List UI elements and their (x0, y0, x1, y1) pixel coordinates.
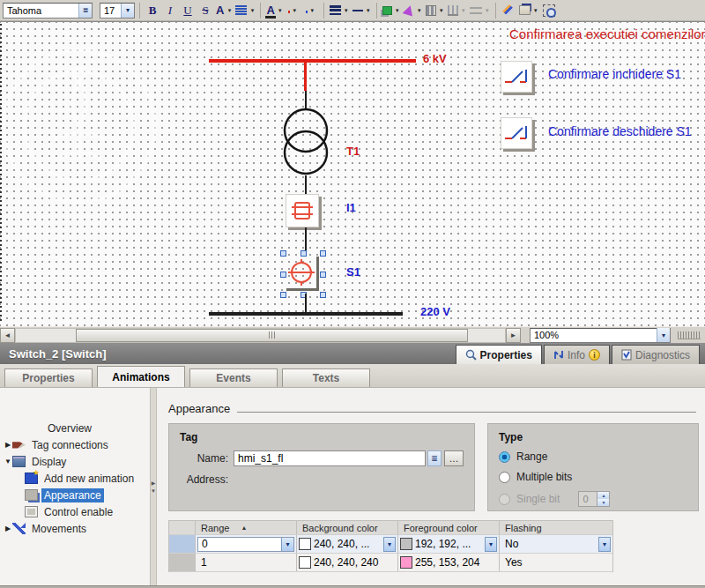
radio-multiple-bits[interactable]: Multiple bits (499, 471, 687, 483)
font-family-combo[interactable]: Tahoma ≣ (3, 3, 93, 19)
tab-properties[interactable]: Properties (4, 368, 93, 387)
format-painter-button[interactable] (501, 2, 516, 19)
row-selector[interactable] (169, 554, 196, 571)
transformer-symbol[interactable] (281, 107, 330, 177)
tab-events[interactable]: Events (189, 368, 278, 387)
scrollbar-thumb[interactable] (76, 329, 468, 342)
selection-handle[interactable] (280, 292, 286, 298)
bus-6kv[interactable] (209, 59, 416, 63)
radio-multiple-bits-icon[interactable] (499, 472, 510, 483)
tab-diagnostics[interactable]: Diagnostics (612, 345, 700, 364)
col-header-flashing[interactable]: Flashing (500, 521, 612, 534)
selection-handle[interactable] (301, 250, 307, 257)
tree-item-display[interactable]: ▼ Display (0, 453, 150, 470)
confirm-open-button[interactable] (501, 117, 532, 149)
line-style-button[interactable]: ▾ (352, 2, 372, 19)
font-size-combo[interactable]: 17 ▾ (100, 3, 135, 19)
font-list-icon[interactable]: ≣ (78, 4, 92, 18)
table-row[interactable]: 0 ▾ 240, 240, ... ▾ 192, 192, ... ▾ (169, 535, 612, 554)
selection-handle[interactable] (320, 250, 326, 257)
selection-handle[interactable] (320, 272, 326, 278)
flashing-dropdown-icon[interactable]: ▾ (598, 537, 611, 552)
line-weight-dropdown-icon[interactable]: ▾ (342, 7, 350, 14)
horizontal-scrollbar[interactable] (15, 328, 506, 343)
pen-color-button[interactable]: ▾ (303, 2, 319, 19)
line-weight-button[interactable]: ▾ (329, 2, 350, 19)
col-header-range[interactable]: Range ▲ (196, 521, 297, 534)
zoom-selection-button[interactable] (541, 2, 557, 19)
highlight-dropdown-icon[interactable]: ▾ (290, 7, 298, 14)
tree-item-overview[interactable]: Overview (0, 420, 150, 436)
distribute-dropdown-icon[interactable]: ▾ (459, 7, 467, 14)
bus-220v[interactable] (209, 312, 403, 316)
screen-editor-canvas[interactable]: 6 kV T1 I1 (0, 21, 705, 326)
distribute-button[interactable]: ▾ (447, 2, 467, 19)
tab-animations[interactable]: Animations (97, 366, 185, 387)
zoom-dropdown-icon[interactable]: ▾ (657, 328, 670, 342)
expand-icon[interactable]: ▶ (4, 525, 12, 532)
tag-list-button[interactable]: ≣ (427, 450, 442, 466)
tree-item-tag-connections[interactable]: ▶ Tag connections (0, 436, 150, 453)
radio-range-icon[interactable] (499, 451, 510, 463)
zoom-slider[interactable] (678, 331, 701, 339)
zoom-combo[interactable]: 100% ▾ (530, 328, 671, 343)
resize-dropdown-icon[interactable]: ▾ (483, 7, 491, 14)
line-style-dropdown-icon[interactable]: ▾ (364, 7, 372, 14)
tree-item-movements[interactable]: ▶ Movements (0, 520, 150, 537)
col-header-foreground[interactable]: Foreground color (398, 521, 500, 534)
tree-item-control-enable[interactable]: Control enable (0, 503, 150, 520)
font-grow-dropdown-icon[interactable]: ▾ (225, 7, 233, 14)
selection-handle[interactable] (320, 292, 326, 298)
tree-item-add-new-animation[interactable]: Add new animation (0, 470, 150, 487)
font-grow-button[interactable]: A▾ (215, 2, 233, 19)
background-color-swatch[interactable] (299, 538, 311, 550)
rotate-dropdown-icon[interactable]: ▾ (415, 7, 423, 14)
fill-dropdown-icon[interactable]: ▾ (393, 7, 401, 14)
breaker-i1-element[interactable] (286, 194, 319, 227)
rotate-button[interactable]: ▾ (403, 2, 423, 19)
pen-dropdown-icon[interactable]: ▾ (308, 7, 315, 14)
tab-properties-right[interactable]: Properties (456, 345, 542, 364)
tag-browse-button[interactable]: … (444, 450, 464, 466)
text-align-button[interactable]: ▾ (234, 2, 256, 19)
col-header-background[interactable]: Background color (297, 521, 398, 534)
align-dropdown-icon[interactable]: ▾ (248, 7, 256, 14)
foreground-color-swatch[interactable] (400, 538, 412, 550)
font-color-dropdown-icon[interactable]: ▾ (276, 7, 284, 14)
selection-handle[interactable] (280, 250, 286, 257)
font-size-dropdown-icon[interactable]: ▾ (121, 4, 134, 18)
background-color-dropdown-icon[interactable]: ▾ (383, 537, 396, 552)
highlight-color-button[interactable]: ▾ (286, 2, 301, 19)
strikethrough-button[interactable]: S (197, 2, 213, 19)
range-dropdown-icon[interactable]: ▾ (281, 538, 293, 551)
foreground-color-swatch[interactable] (400, 556, 412, 569)
tab-texts[interactable]: Texts (282, 368, 370, 387)
confirm-close-button[interactable] (501, 61, 532, 93)
tree-item-appearance[interactable]: Appearance (0, 487, 150, 503)
scroll-left-button[interactable]: ◄ (0, 328, 15, 343)
underline-button[interactable]: U (180, 2, 196, 19)
switch-s1-selected-element[interactable] (283, 253, 323, 295)
selection-handle[interactable] (280, 272, 286, 278)
resize-button[interactable]: ▾ (469, 2, 491, 19)
collapse-icon[interactable]: ▼ (4, 458, 12, 465)
tag-name-input[interactable]: hmi_s1_fl (234, 450, 426, 466)
bold-button[interactable]: B (145, 2, 160, 19)
background-color-swatch[interactable] (299, 556, 311, 569)
radio-range[interactable]: Range (499, 450, 687, 463)
italic-button[interactable]: I (162, 2, 178, 19)
expand-icon[interactable]: ▶ (4, 441, 12, 449)
layer-dropdown-icon[interactable]: ▾ (531, 7, 539, 14)
panel-splitter[interactable]: ▶▼ (150, 388, 157, 585)
layer-button[interactable]: ▾ (518, 2, 539, 19)
fill-color-button[interactable]: ▾ (382, 2, 401, 19)
font-color-button[interactable]: A▾ (265, 2, 283, 19)
arrange-button[interactable]: ▾ (425, 2, 445, 19)
table-row[interactable]: 1 240, 240, 240 255, 153, 204 Yes (169, 554, 612, 572)
range-combo[interactable]: 0 ▾ (197, 537, 294, 552)
tab-info[interactable]: Info i (544, 345, 610, 364)
foreground-color-dropdown-icon[interactable]: ▾ (485, 537, 497, 552)
row-selector[interactable] (169, 535, 196, 553)
arrange-dropdown-icon[interactable]: ▾ (437, 7, 445, 14)
scroll-right-button[interactable]: ► (506, 328, 521, 343)
